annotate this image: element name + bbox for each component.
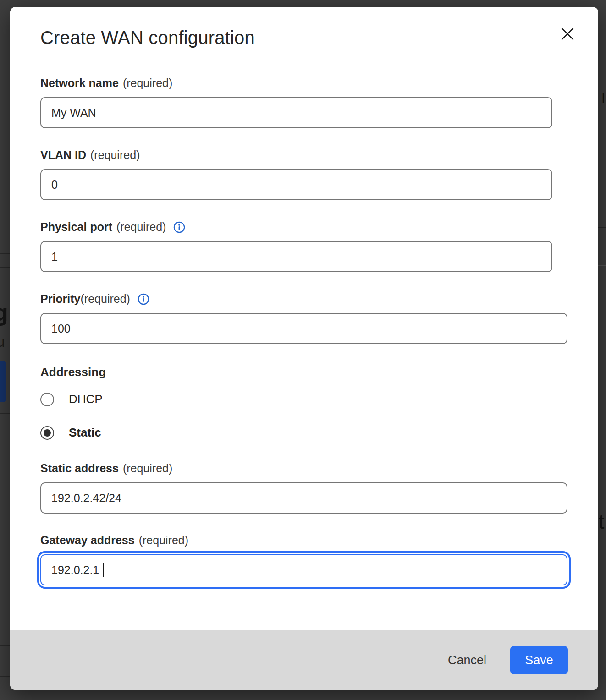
static-address-field-group: Static address (required) bbox=[40, 462, 568, 514]
backdrop-divider bbox=[0, 413, 10, 414]
text-caret bbox=[103, 563, 104, 577]
gateway-address-input[interactable] bbox=[40, 554, 567, 585]
backdrop-divider bbox=[598, 227, 606, 228]
network-name-label: Network name bbox=[40, 77, 119, 90]
physical-port-input[interactable] bbox=[40, 241, 552, 272]
required-hint: (required) bbox=[123, 77, 172, 90]
backdrop-text-fragment: t bbox=[599, 510, 604, 533]
create-wan-dialog: Create WAN configuration Network name (r… bbox=[10, 7, 598, 690]
backdrop-divider bbox=[0, 267, 10, 268]
backdrop-text-fragment: u bbox=[0, 333, 5, 350]
backdrop-divider bbox=[0, 253, 10, 254]
info-icon[interactable] bbox=[173, 221, 185, 233]
gateway-address-input-wrapper bbox=[40, 554, 567, 585]
close-icon[interactable] bbox=[557, 23, 578, 44]
backdrop-divider bbox=[0, 676, 10, 677]
priority-label: Priority bbox=[40, 292, 81, 306]
priority-field-group: Priority (required) bbox=[40, 292, 568, 344]
radio-circle-icon[interactable] bbox=[40, 393, 54, 406]
required-hint: (required) bbox=[116, 220, 166, 234]
backdrop-divider bbox=[598, 257, 606, 257]
required-hint: (required) bbox=[139, 534, 188, 547]
backdrop-text-fragment: g bbox=[0, 299, 8, 326]
physical-port-label: Physical port bbox=[40, 220, 112, 234]
required-hint: (required) bbox=[81, 292, 130, 306]
backdrop-divider bbox=[0, 224, 10, 224]
radio-dhcp-label[interactable]: DHCP bbox=[69, 392, 103, 406]
physical-port-field-group: Physical port (required) bbox=[40, 220, 568, 272]
static-address-input[interactable] bbox=[40, 482, 567, 514]
network-name-field-group: Network name (required) bbox=[40, 77, 568, 128]
addressing-heading: Addressing bbox=[40, 365, 568, 379]
dialog-footer: Cancel Save bbox=[10, 630, 598, 690]
radio-static[interactable]: Static bbox=[40, 426, 568, 440]
vlan-id-field-group: VLAN ID (required) bbox=[40, 148, 568, 200]
info-icon[interactable] bbox=[138, 293, 149, 305]
vlan-id-label: VLAN ID bbox=[40, 148, 86, 162]
gateway-address-label: Gateway address bbox=[40, 534, 135, 547]
network-name-input[interactable] bbox=[40, 97, 552, 128]
cancel-button[interactable]: Cancel bbox=[448, 653, 486, 667]
backdrop-divider bbox=[0, 645, 10, 646]
save-button[interactable]: Save bbox=[510, 646, 568, 674]
backdrop-divider bbox=[598, 265, 606, 266]
radio-circle-icon[interactable] bbox=[40, 426, 54, 440]
dialog-title: Create WAN configuration bbox=[40, 27, 568, 48]
vlan-id-input[interactable] bbox=[40, 169, 552, 200]
required-hint: (required) bbox=[90, 148, 140, 162]
static-address-label: Static address bbox=[40, 462, 119, 475]
radio-static-label[interactable]: Static bbox=[69, 426, 101, 440]
gateway-address-field-group: Gateway address (required) bbox=[40, 534, 568, 585]
addressing-section: Addressing DHCP Static bbox=[40, 365, 568, 440]
required-hint: (required) bbox=[123, 462, 172, 475]
backdrop-dimmed-button bbox=[0, 361, 6, 402]
priority-input[interactable] bbox=[40, 313, 567, 344]
radio-dhcp[interactable]: DHCP bbox=[40, 392, 568, 406]
